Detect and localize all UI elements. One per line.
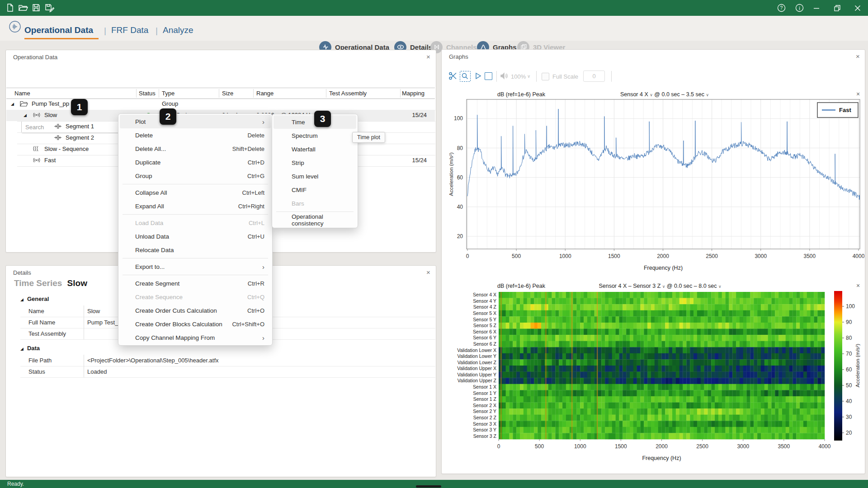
- grid-line: [20, 377, 435, 378]
- svg-text:Validation Lower Y: Validation Lower Y: [457, 353, 496, 359]
- restore-button[interactable]: [828, 0, 846, 16]
- full-scale-input[interactable]: 0: [583, 70, 605, 82]
- svg-text:Sensor 3 Y: Sensor 3 Y: [473, 427, 496, 432]
- save-as-icon[interactable]: [44, 3, 54, 14]
- zoom-region-tool-icon[interactable]: [460, 71, 471, 82]
- tree-expander-icon[interactable]: ◢: [24, 113, 27, 117]
- close-window-button[interactable]: [849, 0, 867, 16]
- stop-button[interactable]: [485, 72, 492, 80]
- menu-item-label: Create Order Blocks Calculation: [135, 321, 222, 328]
- spectrum-line-chart[interactable]: 2040608010005001000150020002500300035004…: [448, 89, 864, 278]
- segment-icon: [54, 134, 62, 142]
- menu-item-label: Delete: [135, 132, 153, 139]
- column-separator: [400, 89, 401, 98]
- menu-item-create-order-cuts-calculation[interactable]: Create Order Cuts CalculationCtrl+O: [120, 304, 271, 317]
- menu-item-delete-all-[interactable]: Delete All...Shift+Delete: [120, 142, 271, 155]
- svg-text:i: i: [799, 5, 800, 11]
- full-scale-checkbox[interactable]: [542, 73, 549, 80]
- submenu-item-spectrum[interactable]: Spectrum: [274, 129, 356, 142]
- new-file-icon[interactable]: [5, 3, 14, 14]
- submenu-item-sum-level[interactable]: Sum level: [274, 169, 356, 183]
- toolbar-divider: [611, 71, 612, 82]
- submenu-item-strip[interactable]: Strip: [274, 156, 356, 169]
- cut-tool-icon[interactable]: [448, 71, 458, 82]
- main-nav: Operational Data | FRF Data | Analyze Op…: [0, 16, 868, 41]
- menu-item-unload-data[interactable]: Unload DataCtrl+U: [120, 230, 271, 243]
- close-panel-icon[interactable]: ×: [426, 269, 430, 276]
- column-header-status[interactable]: Status: [139, 90, 156, 97]
- grid-line: [20, 366, 435, 366]
- tab-analyze[interactable]: Analyze: [163, 25, 193, 35]
- column-separator: [219, 89, 219, 98]
- callout-badge-2: 2: [160, 108, 176, 125]
- submenu-item-operational-consistency[interactable]: Operational consistency: [274, 213, 356, 227]
- detail-value-file-path: <ProjectFolder>\Operational\Step_005\hea…: [87, 357, 219, 364]
- svg-text:Sensor 3 Z: Sensor 3 Z: [473, 433, 497, 439]
- column-header-test-assembly[interactable]: Test Assembly: [329, 90, 367, 97]
- menu-item-group[interactable]: GroupCtrl+G: [120, 169, 271, 183]
- nav-separator: |: [156, 26, 158, 36]
- toolbar-divider: [536, 71, 537, 82]
- svg-text:Sensor 1 X: Sensor 1 X: [473, 384, 496, 389]
- row-name: Slow: [44, 112, 57, 118]
- section-header-general[interactable]: ◢General: [20, 296, 49, 302]
- tab-operational-data[interactable]: Operational Data: [24, 25, 93, 35]
- menu-item-expand-all[interactable]: Expand AllCtrl+Right: [120, 199, 271, 213]
- menu-item-export-to-[interactable]: Export to...›: [120, 260, 271, 273]
- close-panel-icon[interactable]: ×: [426, 54, 430, 60]
- svg-text:Sensor 4 Y: Sensor 4 Y: [473, 298, 496, 304]
- svg-text:Acceleration (m/s²): Acceleration (m/s²): [855, 344, 860, 388]
- menu-item-copy-channel-mapping-from[interactable]: Copy Channel Mapping From›: [120, 331, 271, 344]
- detail-value-name: Slow: [87, 308, 100, 314]
- svg-text:Frequency (Hz): Frequency (Hz): [644, 265, 683, 271]
- signal-icon: [33, 112, 41, 120]
- menu-item-label: Strip: [292, 160, 304, 166]
- column-header-mapping[interactable]: Mapping: [402, 90, 425, 97]
- column-header-type[interactable]: Type: [162, 90, 175, 97]
- svg-text:2500: 2500: [706, 253, 718, 259]
- info-button[interactable]: i: [790, 0, 808, 16]
- tree-expander-icon[interactable]: ◢: [11, 102, 14, 106]
- column-header-name[interactable]: Name: [14, 90, 30, 97]
- panel-title: Operational Data: [13, 54, 57, 61]
- column-header-size[interactable]: Size: [222, 90, 233, 97]
- submenu-item-cmif[interactable]: CMIF: [274, 183, 356, 197]
- save-icon[interactable]: [32, 3, 41, 14]
- open-folder-icon[interactable]: [18, 3, 28, 14]
- svg-text:3500: 3500: [778, 443, 790, 450]
- section-header-data[interactable]: ◢Data: [20, 345, 40, 352]
- menu-item-label: Operational consistency: [292, 213, 350, 227]
- menu-item-plot[interactable]: Plot›: [120, 115, 271, 128]
- menu-item-collapse-all[interactable]: Collapse AllCtrl+Left: [120, 186, 271, 199]
- play-button[interactable]: [474, 72, 482, 82]
- menu-item-label: Waterfall: [292, 146, 316, 153]
- menu-separator: [123, 258, 268, 258]
- plot-submenu: TimeSpectrumWaterfallStripSum levelCMIFB…: [272, 114, 358, 228]
- menu-item-create-order-blocks-calculation[interactable]: Create Order Blocks CalculationCtrl+Shif…: [120, 317, 271, 331]
- help-button[interactable]: ?: [772, 0, 790, 16]
- colormap-chart[interactable]: Sensor 4 XSensor 4 YSensor 4 ZSensor 5 X…: [448, 281, 864, 471]
- menu-item-load-data: Load DataCtrl+L: [120, 216, 271, 230]
- svg-text:3000: 3000: [737, 443, 749, 450]
- row-mapping: 15/24: [402, 157, 427, 164]
- section-expander-icon[interactable]: ◢: [20, 297, 24, 302]
- tab-frf-data[interactable]: FRF Data: [111, 25, 148, 35]
- menu-item-duplicate[interactable]: DuplicateCtrl+D: [120, 155, 271, 169]
- menu-item-create-segment[interactable]: Create SegmentCtrl+R: [120, 277, 271, 290]
- close-panel-icon[interactable]: ×: [856, 53, 860, 60]
- svg-text:Validation Lower X: Validation Lower X: [457, 347, 496, 353]
- section-expander-icon[interactable]: ◢: [20, 347, 24, 351]
- minimize-button[interactable]: [807, 0, 826, 16]
- folder-icon: [20, 100, 28, 109]
- column-header-range[interactable]: Range: [256, 90, 274, 97]
- submenu-arrow-icon: ›: [262, 118, 264, 126]
- submenu-item-waterfall[interactable]: Waterfall: [274, 142, 356, 156]
- detail-label-name: Name: [28, 308, 44, 314]
- menu-item-relocate-data[interactable]: Relocate Data: [120, 243, 271, 257]
- svg-text:2000: 2000: [656, 443, 668, 450]
- detail-label-full-name: Full Name: [28, 319, 55, 326]
- menu-item-delete[interactable]: DeleteDelete: [120, 128, 271, 142]
- svg-text:1000: 1000: [574, 443, 586, 450]
- menu-item-label: Duplicate: [135, 159, 160, 166]
- nav-separator: |: [104, 26, 106, 36]
